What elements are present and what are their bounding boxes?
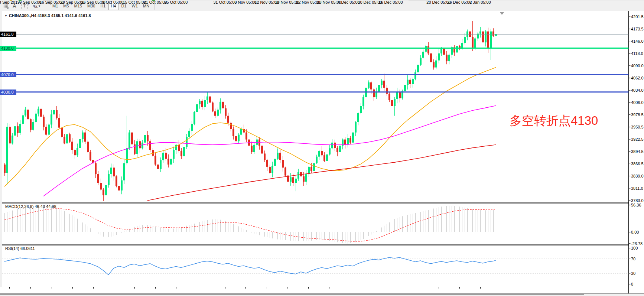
date-tick-label: 15 Oct 05:00 bbox=[123, 0, 146, 4]
price-tick-label: 3894.5 bbox=[631, 149, 644, 154]
date-tick-label: 26 Dec 05:00 bbox=[447, 0, 471, 4]
macd-tick-label: -23.78 bbox=[631, 241, 643, 246]
chevron-down-icon: ▾ bbox=[39, 4, 40, 8]
price-tick-label: 4146.0 bbox=[631, 39, 644, 43]
date-tick-label: 21 Oct 05:00 bbox=[144, 0, 167, 4]
date-tick-label: 25 Oct 05:00 bbox=[165, 0, 188, 4]
price-tick-label: 3811.0 bbox=[631, 186, 643, 191]
support-line-2-badge: 4030.0 bbox=[0, 90, 16, 95]
grid-f-letter: F bbox=[7, 7, 9, 10]
date-tick-label: 4 Dec 05:00 bbox=[338, 0, 360, 4]
date-tick-label: 2 Jan 05:00 bbox=[469, 0, 491, 4]
macd-tick-label: 56.36 bbox=[631, 203, 641, 207]
date-tick-label: 6 Nov 05:00 bbox=[234, 0, 256, 4]
price-tick-label: 4118.0 bbox=[631, 51, 643, 56]
price-tick-label: 3978.5 bbox=[631, 113, 644, 117]
price-tick-label: 3866.5 bbox=[631, 162, 644, 166]
date-tick-label: 18 Nov 05:00 bbox=[275, 0, 299, 4]
rsi-tick-label: 100 bbox=[631, 246, 638, 250]
chart-surface[interactable] bbox=[2, 11, 644, 287]
date-tick-label: 9 Sep 05:00 bbox=[19, 0, 41, 4]
price-tick-label: 3839.0 bbox=[631, 174, 644, 178]
rsi-tick-label: 70 bbox=[631, 257, 635, 261]
date-tick-label: 9 Oct 05:00 bbox=[103, 0, 124, 4]
price-tick-label: 3783.0 bbox=[631, 198, 644, 203]
price-tick-label: 4201.5 bbox=[631, 14, 644, 19]
chart-annotation-text: 多空转折点4130 bbox=[510, 114, 598, 127]
rsi-tick-label: 0 bbox=[631, 282, 633, 286]
date-axis[interactable] bbox=[0, 287, 644, 293]
symbol-ohlc-text: CHINA300-,H4 4158.3 4165.1 4141.6 4161.8 bbox=[9, 13, 91, 18]
tiled-window-edge bbox=[0, 295, 584, 295]
price-tick-label: 4090.0 bbox=[631, 64, 644, 68]
pivot-line-badge: 4130.0 bbox=[0, 46, 16, 51]
rsi-tick-label: 30 bbox=[631, 271, 635, 276]
macd-tick-label: 0.00 bbox=[631, 230, 639, 234]
symbol-dropdown-icon: ▼ bbox=[4, 14, 7, 17]
price-tick-label: 4006.0 bbox=[631, 100, 644, 105]
support-line-1-badge: 4070.0 bbox=[0, 72, 16, 77]
date-tick-label: 31 Oct 05:00 bbox=[214, 0, 237, 4]
date-tick-label: 3 Sep 2019 bbox=[0, 0, 20, 4]
mt4-chart-window: F A T ▾ M1M5M15M30H1H4D1W1MN 4201.54173.… bbox=[0, 0, 644, 296]
current-price-line-badge: 4161.8 bbox=[0, 32, 16, 37]
window-bottom-frame bbox=[0, 293, 644, 296]
price-tick-label: 4062.0 bbox=[631, 76, 644, 80]
symbol-title[interactable]: ▼CHINA300-,H4 4158.3 4165.1 4141.6 4161.… bbox=[4, 13, 91, 18]
date-tick-label: 16 Dec 05:00 bbox=[378, 0, 403, 4]
macd-indicator-label: MACD(12,26,9) 46.43 44.98 bbox=[5, 204, 56, 209]
price-tick-label: 3950.5 bbox=[631, 125, 644, 129]
price-tick-label: 3922.5 bbox=[631, 137, 644, 142]
price-tick-label: 4173.5 bbox=[631, 27, 644, 31]
date-tick-label: 26 Sep 05:00 bbox=[81, 0, 105, 4]
rsi-indicator-label: RSI(14) 66.0611 bbox=[5, 246, 35, 251]
price-tick-label: 4034.0 bbox=[631, 88, 644, 92]
